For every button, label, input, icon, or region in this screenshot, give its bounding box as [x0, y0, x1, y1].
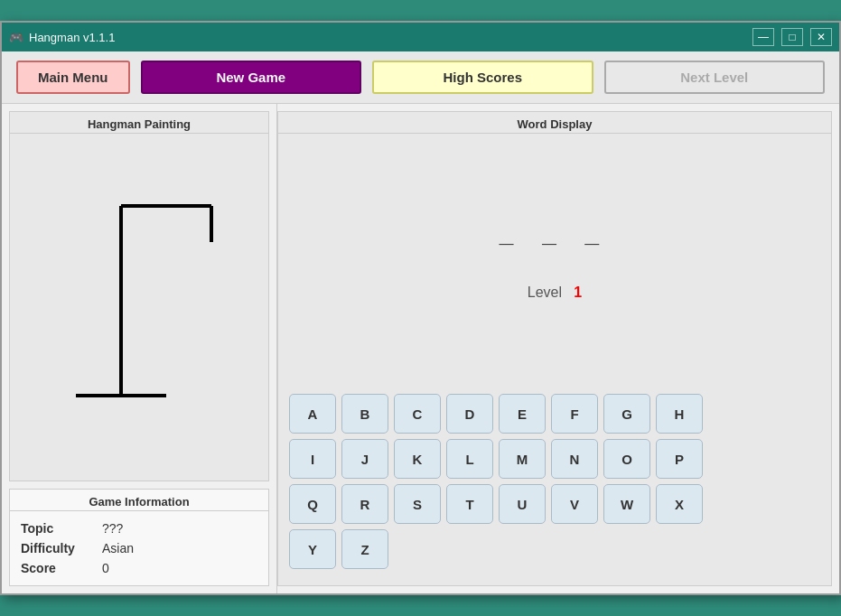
- difficulty-value: Asian: [102, 541, 134, 555]
- right-panel: Word Display _ _ _ Level 1 ABCDEFGHIJKLM…: [277, 111, 832, 586]
- difficulty-label: Difficulty: [21, 541, 84, 555]
- level-display: Level 1: [528, 285, 583, 301]
- key-d[interactable]: D: [446, 394, 493, 434]
- key-v[interactable]: V: [551, 484, 598, 524]
- maximize-button[interactable]: □: [781, 28, 803, 46]
- main-menu-button[interactable]: Main Menu: [16, 61, 130, 94]
- key-m[interactable]: M: [499, 439, 546, 479]
- key-r[interactable]: R: [341, 484, 388, 524]
- key-z[interactable]: Z: [341, 529, 388, 569]
- keyboard-row-3: YZ: [289, 529, 820, 569]
- key-l[interactable]: L: [446, 439, 493, 479]
- key-q[interactable]: Q: [289, 484, 336, 524]
- key-f[interactable]: F: [551, 394, 598, 434]
- key-x[interactable]: X: [656, 484, 703, 524]
- key-h[interactable]: H: [656, 394, 703, 434]
- next-level-button[interactable]: Next Level: [604, 61, 826, 94]
- key-a[interactable]: A: [289, 394, 336, 434]
- game-info-title: Game Information: [10, 490, 268, 511]
- difficulty-row: Difficulty Asian: [21, 538, 257, 558]
- key-y[interactable]: Y: [289, 529, 336, 569]
- key-b[interactable]: B: [341, 394, 388, 434]
- score-row: Score 0: [21, 558, 257, 578]
- key-p[interactable]: P: [656, 439, 703, 479]
- key-t[interactable]: T: [446, 484, 493, 524]
- key-e[interactable]: E: [499, 394, 546, 434]
- level-label: Level: [528, 285, 562, 300]
- high-scores-button[interactable]: High Scores: [372, 61, 593, 94]
- topic-label: Topic: [21, 521, 84, 536]
- score-value: 0: [102, 561, 109, 575]
- keyboard-row-2: QRSTUVWX: [289, 484, 820, 524]
- word-dashes: _ _ _: [500, 219, 610, 248]
- window-title: Hangman v1.1.1: [29, 31, 115, 44]
- new-game-button[interactable]: New Game: [141, 61, 362, 94]
- hangman-svg: [49, 161, 229, 414]
- game-info-section: Game Information Topic ??? Difficulty As…: [9, 489, 269, 586]
- hangman-canvas: [10, 134, 268, 441]
- key-i[interactable]: I: [289, 439, 336, 479]
- app-window: 🎮 Hangman v1.1.1 — □ ✕ Main Menu New Gam…: [0, 21, 841, 595]
- key-s[interactable]: S: [394, 484, 441, 524]
- keyboard-area: ABCDEFGHIJKLMNOPQRSTUVWXYZ: [278, 387, 831, 585]
- hangman-section: Hangman Painting: [9, 111, 269, 481]
- main-content: Hangman Painting: [2, 104, 839, 593]
- score-label: Score: [21, 561, 84, 575]
- key-n[interactable]: N: [551, 439, 598, 479]
- game-info-body: Topic ??? Difficulty Asian Score 0: [10, 511, 268, 585]
- level-value: 1: [574, 285, 582, 300]
- hangman-section-title: Hangman Painting: [10, 112, 268, 134]
- key-j[interactable]: J: [341, 439, 388, 479]
- word-display-area: _ _ _ Level 1: [278, 134, 831, 387]
- close-button[interactable]: ✕: [810, 28, 832, 46]
- key-c[interactable]: C: [394, 394, 441, 434]
- title-bar-left: 🎮 Hangman v1.1.1: [9, 31, 115, 44]
- word-display-title: Word Display: [278, 112, 831, 134]
- key-w[interactable]: W: [603, 484, 650, 524]
- topic-value: ???: [102, 521, 123, 536]
- key-u[interactable]: U: [499, 484, 546, 524]
- keyboard-row-1: IJKLMNOP: [289, 439, 820, 479]
- title-bar: 🎮 Hangman v1.1.1 — □ ✕: [2, 23, 839, 51]
- app-icon: 🎮: [9, 31, 23, 44]
- minimize-button[interactable]: —: [752, 28, 774, 46]
- left-panel: Hangman Painting: [2, 104, 277, 593]
- keyboard-rows: ABCDEFGHIJKLMNOPQRSTUVWXYZ: [289, 394, 820, 569]
- key-o[interactable]: O: [603, 439, 650, 479]
- key-k[interactable]: K: [394, 439, 441, 479]
- title-bar-controls: — □ ✕: [752, 28, 832, 46]
- toolbar: Main Menu New Game High Scores Next Leve…: [2, 51, 839, 104]
- key-g[interactable]: G: [603, 394, 650, 434]
- topic-row: Topic ???: [21, 518, 257, 538]
- keyboard-row-0: ABCDEFGH: [289, 394, 820, 434]
